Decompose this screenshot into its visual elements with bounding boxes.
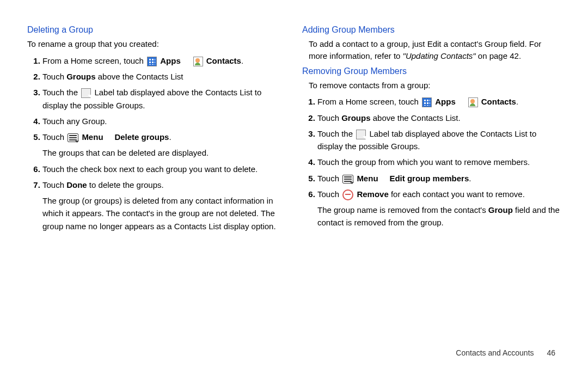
- label-tab-icon: [81, 88, 91, 98]
- step-7: Touch Done to delete the groups. The gro…: [42, 179, 286, 232]
- remove-icon: [342, 189, 353, 200]
- removing-intro: To remove contacts from a group:: [309, 79, 561, 91]
- delete-groups-label: Delete groups: [114, 132, 169, 142]
- ref-updating-contacts: "Updating Contacts": [403, 51, 476, 60]
- r-step-1: From a Home screen, touch Apps Contacts.: [317, 95, 561, 108]
- step-5-sub: The groups that can be deleted are displ…: [42, 146, 286, 159]
- contacts-icon: [193, 57, 203, 66]
- intro-text: To rename a group that you created:: [27, 38, 286, 50]
- page-content: Deleting a Group To rename a group that …: [0, 0, 588, 348]
- step-4: Touch any Group.: [42, 115, 286, 127]
- menu-icon: [342, 175, 353, 183]
- adding-members-text: To add a contact to a group, just Edit a…: [309, 38, 561, 62]
- apps-icon: [147, 57, 157, 66]
- step-5: Touch Menu Delete groups. The groups tha…: [42, 131, 286, 160]
- footer-page-number: 46: [547, 348, 555, 357]
- r-step-3: Touch the Label tab displayed above the …: [317, 127, 561, 153]
- steps-list-left: From a Home screen, touch Apps Contacts.…: [27, 54, 286, 232]
- contacts-label: Contacts: [481, 97, 516, 106]
- apps-label: Apps: [160, 56, 181, 65]
- right-column: Adding Group Members To add a contact to…: [302, 22, 561, 338]
- heading-deleting-group: Deleting a Group: [27, 25, 286, 35]
- contacts-icon: [468, 97, 478, 107]
- heading-removing-members: Removing Group Members: [302, 66, 561, 76]
- contacts-label: Contacts: [206, 56, 241, 65]
- r-step-6-sub: The group name is removed from the conta…: [317, 204, 561, 229]
- label-tab-icon: [356, 130, 366, 139]
- menu-label: Menu: [357, 174, 378, 183]
- apps-label: Apps: [435, 97, 456, 106]
- menu-icon: [68, 133, 78, 142]
- step-1: From a Home screen, touch Apps Contacts.: [42, 54, 286, 67]
- step-3: Touch the Label tab displayed above the …: [42, 86, 286, 112]
- menu-label: Menu: [82, 132, 103, 142]
- r-step-5: Touch Menu Edit group members.: [317, 172, 561, 185]
- apps-icon: [422, 97, 432, 107]
- step-6: Touch the check box next to each group y…: [42, 163, 286, 175]
- r-step-4: Touch the group from which you want to r…: [317, 156, 561, 168]
- r-step-6: Touch Remove for each contact you want t…: [317, 188, 561, 229]
- footer-section: Contacts and Accounts: [456, 348, 534, 357]
- heading-adding-members: Adding Group Members: [302, 25, 561, 35]
- edit-group-members-label: Edit group members: [389, 174, 469, 183]
- page-footer: Contacts and Accounts 46: [0, 348, 588, 368]
- step-7-sub: The group (or groups) is deleted from an…: [42, 194, 286, 232]
- left-column: Deleting a Group To rename a group that …: [27, 22, 286, 338]
- steps-list-right: From a Home screen, touch Apps Contacts.…: [302, 95, 561, 229]
- remove-label: Remove: [357, 189, 388, 199]
- step-2: Touch Groups above the Contacts List: [42, 70, 286, 83]
- r-step-2: Touch Groups above the Contacts List.: [317, 112, 561, 124]
